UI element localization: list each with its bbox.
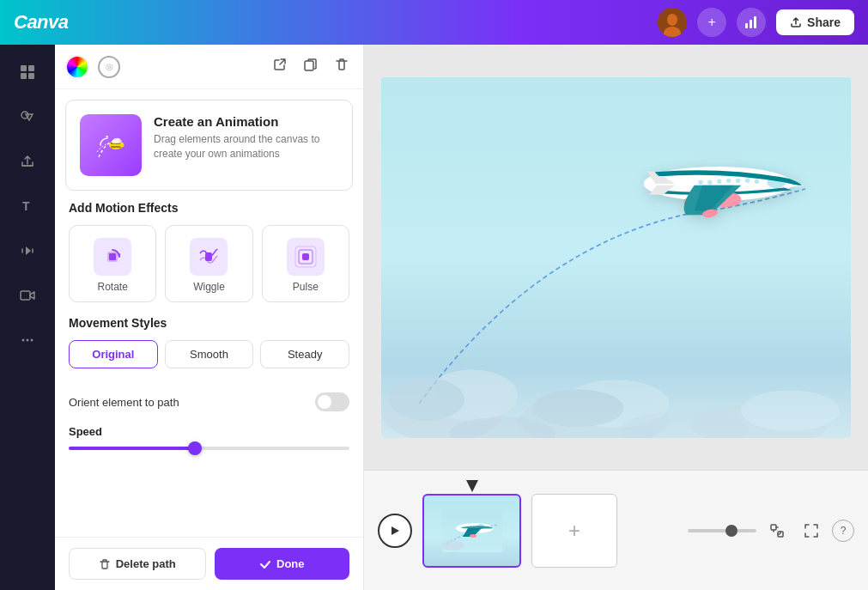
speed-label: Speed — [69, 425, 349, 438]
sidebar-item-video[interactable] — [7, 275, 48, 316]
sidebar-item-more[interactable] — [7, 319, 48, 361]
svg-point-36 — [707, 179, 712, 184]
speed-slider[interactable] — [69, 447, 349, 450]
fit-button[interactable] — [763, 517, 791, 544]
pulse-effect-button[interactable]: Pulse — [262, 225, 349, 302]
panel-footer: Delete path Done — [55, 537, 363, 590]
delete-path-button[interactable]: Delete path — [69, 548, 206, 580]
svg-point-15 — [31, 339, 33, 342]
done-label: Done — [276, 557, 305, 570]
help-button[interactable]: ? — [832, 520, 854, 542]
svg-rect-22 — [109, 253, 116, 260]
wiggle-label: Wiggle — [193, 281, 225, 293]
new-tab-button[interactable] — [269, 53, 291, 80]
movement-styles-section: Movement Styles Original Smooth Steady — [55, 316, 363, 382]
svg-point-18 — [120, 143, 124, 148]
motion-effects-section: Add Motion Effects Rotate — [55, 201, 363, 316]
fullscreen-icon — [804, 523, 819, 538]
orient-toggle[interactable] — [315, 392, 349, 411]
canvas-frame[interactable] — [381, 77, 851, 438]
sidebar-item-text[interactable]: T — [7, 186, 48, 227]
animation-title: Create an Animation — [154, 114, 338, 129]
checkmark-icon — [259, 558, 271, 570]
svg-point-44 — [532, 389, 623, 427]
done-button[interactable]: Done — [215, 548, 350, 580]
svg-rect-24 — [302, 253, 309, 260]
play-icon — [389, 525, 401, 537]
share-button[interactable]: Share — [776, 9, 854, 35]
svg-rect-12 — [21, 291, 30, 300]
svg-rect-3 — [745, 23, 748, 28]
rotate-effect-button[interactable]: Rotate — [69, 225, 156, 302]
add-frame-button[interactable]: + — [531, 494, 617, 568]
smooth-style-button[interactable]: Smooth — [165, 340, 254, 368]
sidebar-item-upload[interactable] — [7, 141, 48, 182]
share-label: Share — [807, 15, 841, 29]
clouds — [381, 276, 851, 438]
bottom-toolbar: ? — [688, 517, 854, 544]
svg-point-32 — [745, 178, 750, 182]
color-circle[interactable] — [65, 55, 89, 79]
trash-icon — [99, 558, 111, 570]
duplicate-button[interactable] — [300, 53, 322, 80]
speed-section: Speed — [55, 422, 363, 471]
plus-button[interactable]: + — [697, 8, 726, 37]
canvas-area: + — [364, 45, 868, 590]
trash-icon — [334, 57, 349, 72]
style-buttons: Original Smooth Steady — [69, 340, 349, 368]
svg-point-1 — [667, 14, 677, 26]
sidebar-item-shapes[interactable] — [7, 96, 48, 137]
steady-style-button[interactable]: Steady — [260, 340, 349, 368]
duplicate-icon — [303, 57, 319, 72]
zoom-slider[interactable] — [688, 529, 756, 532]
play-button[interactable] — [378, 514, 412, 548]
sidebar: T — [0, 45, 55, 590]
analytics-button[interactable] — [737, 8, 766, 37]
slider-thumb — [188, 441, 202, 455]
orient-row: Orient element to path — [55, 382, 363, 422]
slider-fill — [69, 447, 195, 450]
canvas-main — [364, 45, 868, 470]
timeline-marker — [466, 480, 478, 492]
svg-point-31 — [755, 179, 759, 183]
animation-description: Drag elements around the canvas to creat… — [154, 132, 338, 161]
airplane — [632, 137, 804, 234]
svg-rect-4 — [750, 20, 752, 28]
sidebar-item-audio[interactable] — [7, 230, 48, 271]
rotate-icon-box — [94, 238, 131, 276]
share-icon — [790, 16, 802, 28]
svg-point-34 — [726, 178, 731, 182]
svg-point-13 — [22, 339, 25, 342]
fit-icon — [769, 523, 785, 538]
original-style-button[interactable]: Original — [69, 340, 158, 368]
svg-point-54 — [470, 534, 476, 538]
motion-effects-title: Add Motion Effects — [69, 201, 349, 215]
svg-rect-6 — [21, 65, 27, 71]
svg-point-37 — [699, 179, 703, 184]
sidebar-item-grid[interactable] — [7, 52, 48, 93]
panel: ◎ — [55, 45, 364, 590]
delete-path-label: Delete path — [116, 557, 176, 570]
svg-rect-5 — [754, 16, 756, 28]
svg-rect-16 — [305, 61, 313, 70]
main-layout: T ◎ — [0, 45, 868, 590]
svg-point-35 — [717, 179, 721, 183]
delete-page-button[interactable] — [331, 53, 353, 80]
svg-rect-9 — [28, 73, 34, 79]
zoom-thumb — [725, 525, 737, 537]
svg-rect-7 — [28, 65, 34, 71]
svg-point-41 — [389, 378, 464, 421]
orient-label: Orient element to path — [69, 396, 308, 409]
svg-point-33 — [736, 178, 740, 182]
wiggle-icon-box — [190, 238, 228, 276]
timeline-frame-thumb[interactable] — [422, 494, 521, 568]
svg-rect-56 — [771, 525, 776, 530]
fullscreen-button[interactable] — [798, 517, 825, 544]
target-icon: ◎ — [98, 56, 120, 78]
header: Canva + Share — [0, 0, 868, 45]
wiggle-effect-button[interactable]: Wiggle — [165, 225, 252, 302]
canva-logo: Canva — [14, 11, 69, 33]
animation-icon-box — [80, 114, 142, 176]
new-window-icon — [272, 57, 288, 72]
plus-icon: + — [707, 15, 715, 30]
